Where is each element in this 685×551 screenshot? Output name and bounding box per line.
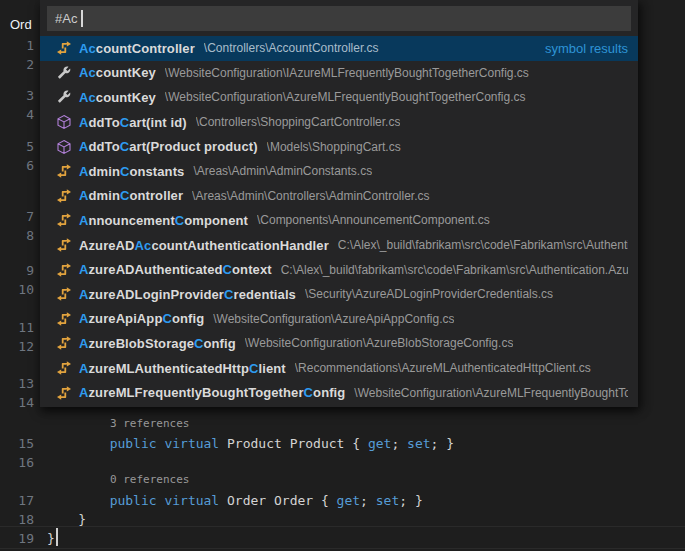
symbol-name: AddToCart(int id) xyxy=(79,115,187,130)
symbol-path: \Security\AzureADLoginProviderCredential… xyxy=(305,287,553,301)
current-line-highlight xyxy=(0,526,685,549)
symbol-path: \WebsiteConfiguration\AzureApiAppConfig.… xyxy=(213,312,454,326)
symbol-result-row[interactable]: AccountKey\WebsiteConfiguration\IAzureML… xyxy=(40,61,638,86)
tab-title[interactable]: Ord xyxy=(10,17,32,32)
symbol-path: \WebsiteConfiguration\AzureMLFrequentlyB… xyxy=(354,386,628,400)
symbol-result-row[interactable]: AzureADAuthenticatedContextC:\Alex\_buil… xyxy=(40,257,638,282)
line-number: 13 xyxy=(0,374,34,393)
symbol-path: \Recommendations\AzureMLAuthenticatedHtt… xyxy=(295,361,591,375)
class-icon xyxy=(56,237,72,253)
vscode-window: { "editor": { "tab_title": "Ord", "line_… xyxy=(0,0,685,551)
method-icon xyxy=(56,114,72,130)
match-highlight: C xyxy=(194,336,204,351)
line-number: 11 xyxy=(0,318,34,337)
class-icon xyxy=(56,360,72,376)
line-number: 4 xyxy=(0,105,34,124)
codelens-references: 3 references xyxy=(110,417,189,431)
symbol-result-row[interactable]: AzureMLFrequentlyBoughtTogetherConfig\We… xyxy=(40,380,638,405)
class-icon xyxy=(56,40,72,56)
match-highlight: A xyxy=(79,385,89,400)
symbol-result-row[interactable]: AdminController\Areas\Admin\Controllers\… xyxy=(40,184,638,209)
symbol-result-row[interactable]: AccountController\Controllers\AccountCon… xyxy=(40,36,638,61)
keyword-token: public virtual xyxy=(110,493,227,508)
class-icon xyxy=(56,212,72,228)
symbol-name: AzureADAuthenticatedContext xyxy=(79,262,272,277)
symbol-name: AdminController xyxy=(79,188,183,203)
line-number: 2 xyxy=(0,55,34,74)
match-highlight: C xyxy=(175,213,185,228)
keyword-token: set xyxy=(376,493,399,508)
symbol-path: \Areas\Admin\Controllers\AdminController… xyxy=(192,189,429,203)
symbol-path: \Components\AnnouncementComponent.cs xyxy=(257,213,490,227)
class-icon xyxy=(56,385,72,401)
match-highlight: C xyxy=(224,287,234,302)
match-highlight: A xyxy=(79,139,89,154)
symbol-name: AdminConstants xyxy=(79,164,184,179)
symbol-result-row[interactable]: AzureADLoginProviderCredentials\Security… xyxy=(40,282,638,307)
symbol-path: \Controllers\AccountController.cs xyxy=(204,41,379,55)
symbol-result-row[interactable]: AzureApiAppConfig\WebsiteConfiguration\A… xyxy=(40,307,638,332)
match-highlight: A xyxy=(79,262,89,277)
symbol-name: AccountKey xyxy=(79,65,156,80)
symbol-result-row[interactable]: AzureBlobStorageConfig\WebsiteConfigurat… xyxy=(40,331,638,356)
line-number: 3 xyxy=(0,86,34,105)
keyword-token: public virtual xyxy=(110,436,227,451)
match-highlight: Ac xyxy=(79,41,96,56)
match-highlight: Ac xyxy=(135,238,152,253)
line-number: 15 xyxy=(0,434,34,453)
code-line: public virtual Order Order { get; set; } xyxy=(47,491,423,510)
symbol-result-row[interactable]: AnnouncementComponent\Components\Announc… xyxy=(40,208,638,233)
keyword-token: get xyxy=(337,493,360,508)
match-highlight: C xyxy=(162,311,172,326)
match-highlight: A xyxy=(79,213,89,228)
code-token: ; } xyxy=(431,436,454,451)
quick-open-results: AccountController\Controllers\AccountCon… xyxy=(40,36,638,405)
symbol-result-row[interactable]: AzureMLAuthenticatedHttpClient\Recommend… xyxy=(40,356,638,381)
code-token: Product Product { xyxy=(227,436,368,451)
quick-open-input-wrap xyxy=(47,6,631,31)
line-number: 9 xyxy=(0,261,34,280)
symbol-path: \WebsiteConfiguration\AzureBlobStorageCo… xyxy=(245,336,514,350)
input-caret xyxy=(81,10,83,27)
symbol-result-row[interactable]: AccountKey\WebsiteConfiguration\AzureMLF… xyxy=(40,85,638,110)
line-number: 5 xyxy=(0,137,34,156)
text-cursor xyxy=(56,528,58,546)
symbol-path: \Controllers\ShoppingCartController.cs xyxy=(196,115,401,129)
match-highlight: A xyxy=(79,336,89,351)
symbol-result-row[interactable]: AddToCart(Product product)\Models\Shoppi… xyxy=(40,134,638,159)
symbol-path: C:\Alex\_build\fabrikam\src\code\Fabrika… xyxy=(338,238,628,252)
symbol-result-row[interactable]: AdminConstants\Areas\Admin\AdminConstant… xyxy=(40,159,638,184)
line-number: 16 xyxy=(0,453,34,472)
code-line: public virtual Product Product { get; se… xyxy=(47,434,454,453)
symbol-path: \WebsiteConfiguration\AzureMLFrequentlyB… xyxy=(165,90,526,104)
match-highlight: A xyxy=(79,164,89,179)
line-number: 10 xyxy=(0,280,34,299)
symbol-result-row[interactable]: AddToCart(int id)\Controllers\ShoppingCa… xyxy=(40,110,638,135)
match-highlight: Ac xyxy=(79,90,96,105)
quick-open-input[interactable] xyxy=(47,6,631,31)
symbol-name: AzureBlobStorageConfig xyxy=(79,336,236,351)
match-highlight: A xyxy=(79,311,89,326)
class-icon xyxy=(56,311,72,327)
symbol-results-badge: symbol results xyxy=(535,41,628,56)
class-icon xyxy=(56,335,72,351)
match-highlight: A xyxy=(79,287,89,302)
symbol-name: AnnouncementComponent xyxy=(79,213,248,228)
line-number: 12 xyxy=(0,337,34,356)
line-number: 6 xyxy=(0,156,34,175)
symbol-name: AddToCart(Product product) xyxy=(79,139,258,154)
symbol-name: AccountController xyxy=(79,41,195,56)
keyword-token: get xyxy=(368,436,391,451)
line-number: 1 xyxy=(0,36,34,55)
code-token: ; xyxy=(391,436,407,451)
line-number: 17 xyxy=(0,491,34,510)
line-number: 8 xyxy=(0,226,34,245)
symbol-result-row[interactable]: AzureADAccountAuthenticationHandlerC:\Al… xyxy=(40,233,638,258)
wrench-icon xyxy=(56,65,72,81)
code-token xyxy=(47,436,110,451)
wrench-icon xyxy=(56,89,72,105)
class-icon xyxy=(56,286,72,302)
symbol-name: AzureApiAppConfig xyxy=(79,311,204,326)
code-token: ; xyxy=(360,493,376,508)
line-number: 7 xyxy=(0,207,34,226)
